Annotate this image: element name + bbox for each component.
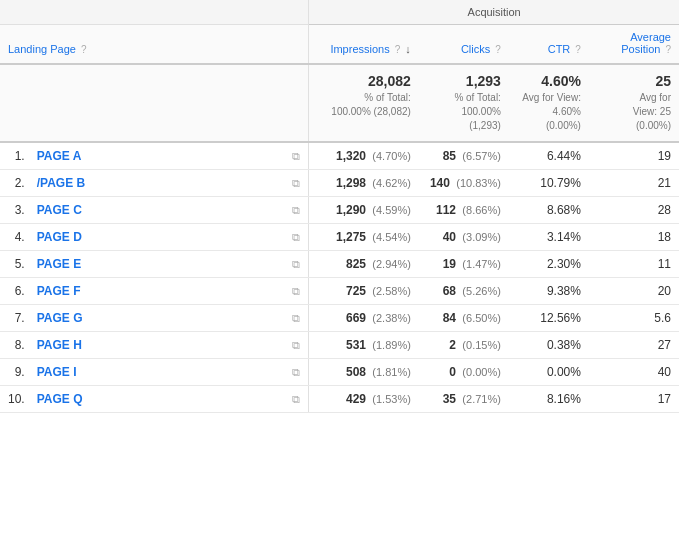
totals-ctr-main: 4.60% bbox=[517, 73, 581, 89]
table-row: 6. PAGE F ⧉ 725 (2.58%) 68 (5.26%) 9.38% bbox=[0, 278, 679, 305]
row-landing-page: PAGE Q ⧉ bbox=[29, 386, 309, 413]
row-number: 5. bbox=[0, 251, 29, 278]
row-clicks: 112 (8.66%) bbox=[419, 197, 509, 224]
row-landing-page: PAGE C ⧉ bbox=[29, 197, 309, 224]
clicks-value: 0 bbox=[449, 365, 456, 379]
row-number: 1. bbox=[0, 142, 29, 170]
row-landing-page: PAGE A ⧉ bbox=[29, 142, 309, 170]
table-row: 4. PAGE D ⧉ 1,275 (4.54%) 40 (3.09%) 3.1… bbox=[0, 224, 679, 251]
row-number: 6. bbox=[0, 278, 29, 305]
totals-impressions-sub: % of Total:100.00% (28,082) bbox=[317, 91, 411, 119]
clicks-value: 2 bbox=[449, 338, 456, 352]
page-link[interactable]: PAGE C bbox=[37, 203, 82, 217]
row-clicks: 68 (5.26%) bbox=[419, 278, 509, 305]
impressions-pct: (2.94%) bbox=[372, 258, 411, 270]
row-clicks: 35 (2.71%) bbox=[419, 386, 509, 413]
ctr-label: CTR bbox=[548, 43, 571, 55]
clicks-pct: (6.50%) bbox=[462, 312, 501, 324]
avgpos-help-icon[interactable]: ? bbox=[665, 44, 671, 55]
row-ctr: 8.68% bbox=[509, 197, 589, 224]
impressions-help-icon[interactable]: ? bbox=[395, 44, 401, 55]
row-clicks: 2 (0.15%) bbox=[419, 332, 509, 359]
page-link[interactable]: PAGE I bbox=[37, 365, 77, 379]
totals-clicks: 1,293 % of Total:100.00%(1,293) bbox=[419, 64, 509, 142]
table-row: 2. /PAGE B ⧉ 1,298 (4.62%) 140 (10.83%) … bbox=[0, 170, 679, 197]
row-clicks: 84 (6.50%) bbox=[419, 305, 509, 332]
totals-avgpos-sub: Avg forView: 25(0.00%) bbox=[597, 91, 671, 133]
row-ctr: 10.79% bbox=[509, 170, 589, 197]
row-ctr: 0.00% bbox=[509, 359, 589, 386]
page-link[interactable]: PAGE E bbox=[37, 257, 81, 271]
row-impressions: 429 (1.53%) bbox=[309, 386, 419, 413]
external-link-icon[interactable]: ⧉ bbox=[292, 177, 300, 190]
row-avgpos: 17 bbox=[589, 386, 679, 413]
impressions-label: Impressions bbox=[330, 43, 389, 55]
totals-impressions-main: 28,082 bbox=[317, 73, 411, 89]
external-link-icon[interactable]: ⧉ bbox=[292, 258, 300, 271]
impressions-sort-arrow[interactable]: ↓ bbox=[405, 43, 411, 55]
external-link-icon[interactable]: ⧉ bbox=[292, 366, 300, 379]
external-link-icon[interactable]: ⧉ bbox=[292, 285, 300, 298]
page-link[interactable]: PAGE H bbox=[37, 338, 82, 352]
row-number: 10. bbox=[0, 386, 29, 413]
page-link[interactable]: PAGE G bbox=[37, 311, 83, 325]
clicks-pct: (2.71%) bbox=[462, 393, 501, 405]
row-landing-page: PAGE D ⧉ bbox=[29, 224, 309, 251]
page-link[interactable]: /PAGE B bbox=[37, 176, 85, 190]
analytics-table: Acquisition Landing Page ? Impressions ?… bbox=[0, 0, 679, 413]
clicks-value: 85 bbox=[443, 149, 456, 163]
clicks-value: 84 bbox=[443, 311, 456, 325]
avgpos-label: Average Position bbox=[621, 31, 671, 55]
page-link[interactable]: PAGE F bbox=[37, 284, 81, 298]
external-link-icon[interactable]: ⧉ bbox=[292, 393, 300, 406]
external-link-icon[interactable]: ⧉ bbox=[292, 150, 300, 163]
clicks-help-icon[interactable]: ? bbox=[495, 44, 501, 55]
row-landing-page: PAGE F ⧉ bbox=[29, 278, 309, 305]
impressions-pct: (2.58%) bbox=[372, 285, 411, 297]
row-avgpos: 20 bbox=[589, 278, 679, 305]
row-number: 2. bbox=[0, 170, 29, 197]
page-link[interactable]: PAGE A bbox=[37, 149, 82, 163]
impressions-pct: (4.59%) bbox=[372, 204, 411, 216]
row-ctr: 3.14% bbox=[509, 224, 589, 251]
impressions-value: 1,320 bbox=[336, 149, 366, 163]
impressions-pct: (4.62%) bbox=[372, 177, 411, 189]
page-link[interactable]: PAGE D bbox=[37, 230, 82, 244]
clicks-value: 112 bbox=[436, 203, 456, 217]
external-link-icon[interactable]: ⧉ bbox=[292, 231, 300, 244]
clicks-pct: (5.26%) bbox=[462, 285, 501, 297]
row-ctr: 0.38% bbox=[509, 332, 589, 359]
clicks-label: Clicks bbox=[461, 43, 490, 55]
impressions-col-header: Impressions ? ↓ bbox=[309, 25, 419, 65]
row-impressions: 1,298 (4.62%) bbox=[309, 170, 419, 197]
totals-ctr-sub: Avg for View:4.60%(0.00%) bbox=[517, 91, 581, 133]
row-avgpos: 5.6 bbox=[589, 305, 679, 332]
ctr-value: 10.79% bbox=[540, 176, 581, 190]
row-impressions: 1,275 (4.54%) bbox=[309, 224, 419, 251]
ctr-value: 8.68% bbox=[547, 203, 581, 217]
row-avgpos: 19 bbox=[589, 142, 679, 170]
row-impressions: 531 (1.89%) bbox=[309, 332, 419, 359]
impressions-value: 1,290 bbox=[336, 203, 366, 217]
row-avgpos: 11 bbox=[589, 251, 679, 278]
ctr-value: 0.00% bbox=[547, 365, 581, 379]
table-row: 10. PAGE Q ⧉ 429 (1.53%) 35 (2.71%) 8.16… bbox=[0, 386, 679, 413]
external-link-icon[interactable]: ⧉ bbox=[292, 312, 300, 325]
external-link-icon[interactable]: ⧉ bbox=[292, 204, 300, 217]
row-avgpos: 40 bbox=[589, 359, 679, 386]
row-impressions: 508 (1.81%) bbox=[309, 359, 419, 386]
table-row: 3. PAGE C ⧉ 1,290 (4.59%) 112 (8.66%) 8.… bbox=[0, 197, 679, 224]
clicks-value: 68 bbox=[443, 284, 456, 298]
impressions-value: 1,298 bbox=[336, 176, 366, 190]
external-link-icon[interactable]: ⧉ bbox=[292, 339, 300, 352]
ctr-help-icon[interactable]: ? bbox=[575, 44, 581, 55]
row-impressions: 1,290 (4.59%) bbox=[309, 197, 419, 224]
totals-landing-cell bbox=[0, 64, 309, 142]
clicks-pct: (0.00%) bbox=[462, 366, 501, 378]
table-row: 9. PAGE I ⧉ 508 (1.81%) 0 (0.00%) 0.00% bbox=[0, 359, 679, 386]
page-link[interactable]: PAGE Q bbox=[37, 392, 83, 406]
row-number: 3. bbox=[0, 197, 29, 224]
impressions-pct: (1.89%) bbox=[372, 339, 411, 351]
landing-page-help-icon[interactable]: ? bbox=[81, 44, 87, 55]
clicks-value: 19 bbox=[443, 257, 456, 271]
